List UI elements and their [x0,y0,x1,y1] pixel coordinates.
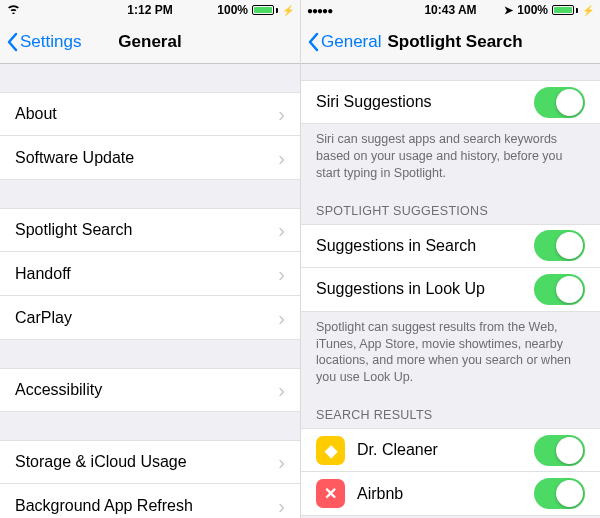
row-label: Siri Suggestions [316,93,534,111]
row-carplay[interactable]: CarPlay › [0,296,300,340]
row-spotlight-search[interactable]: Spotlight Search › [0,208,300,252]
row-software-update[interactable]: Software Update › [0,136,300,180]
row-label: CarPlay [15,309,278,327]
section-header: SPOTLIGHT SUGGESTIONS [301,190,600,224]
row-label: Software Update [15,149,278,167]
status-bar: ●●●●● 10:43 AM ➤ 100% ⚡ [301,0,600,20]
chevron-right-icon: › [278,308,285,328]
settings-list[interactable]: About › Software Update › Spotlight Sear… [0,64,300,518]
page-title: Spotlight Search [387,32,522,52]
chevron-right-icon: › [278,380,285,400]
back-button[interactable]: Settings [6,32,81,52]
section-footer: Spotlight can suggest results from the W… [301,312,600,395]
chevron-left-icon [307,32,319,52]
chevron-left-icon [6,32,18,52]
section-footer: Siri can suggest apps and search keyword… [301,124,600,190]
row-label: Airbnb [357,485,534,503]
settings-general-pane: 1:12 PM 100% ⚡ Settings General About › [0,0,300,518]
spotlight-search-pane: ●●●●● 10:43 AM ➤ 100% ⚡ General Spotligh… [300,0,600,518]
battery-percent: 100% [217,3,248,17]
chevron-right-icon: › [278,496,285,516]
battery-icon [552,5,578,15]
spotlight-settings-list[interactable]: Siri Suggestions Siri can suggest apps a… [301,64,600,518]
status-time: 1:12 PM [127,3,172,17]
row-about[interactable]: About › [0,92,300,136]
toggle-app[interactable] [534,478,585,509]
page-title: General [118,32,181,52]
row-label: Handoff [15,265,278,283]
toggle-app[interactable] [534,435,585,466]
toggle-suggestions-lookup[interactable] [534,274,585,305]
charging-icon: ⚡ [282,5,294,16]
signal-icon: ●●●●● [307,5,332,16]
row-label: Suggestions in Search [316,237,534,255]
status-bar: 1:12 PM 100% ⚡ [0,0,300,20]
chevron-right-icon: › [278,148,285,168]
row-app-airbnb[interactable]: ✕ Airbnb [301,472,600,516]
row-siri-suggestions[interactable]: Siri Suggestions [301,80,600,124]
back-label: General [321,32,381,52]
app-icon: ◆ [316,436,345,465]
chevron-right-icon: › [278,452,285,472]
chevron-right-icon: › [278,104,285,124]
chevron-right-icon: › [278,220,285,240]
chevron-right-icon: › [278,264,285,284]
back-label: Settings [20,32,81,52]
charging-icon: ⚡ [582,5,594,16]
row-accessibility[interactable]: Accessibility › [0,368,300,412]
row-label: About [15,105,278,123]
row-app-dr-cleaner[interactable]: ◆ Dr. Cleaner [301,428,600,472]
row-label: Accessibility [15,381,278,399]
battery-percent: 100% [517,3,548,17]
toggle-siri-suggestions[interactable] [534,87,585,118]
nav-bar: General Spotlight Search [301,20,600,64]
row-storage-icloud[interactable]: Storage & iCloud Usage › [0,440,300,484]
row-label: Background App Refresh [15,497,278,515]
status-time: 10:43 AM [424,3,476,17]
row-suggestions-lookup[interactable]: Suggestions in Look Up [301,268,600,312]
row-label: Storage & iCloud Usage [15,453,278,471]
row-background-refresh[interactable]: Background App Refresh › [0,484,300,518]
battery-icon [252,5,278,15]
toggle-suggestions-search[interactable] [534,230,585,261]
row-label: Dr. Cleaner [357,441,534,459]
wifi-icon [6,3,21,17]
back-button[interactable]: General [307,32,381,52]
row-label: Suggestions in Look Up [316,280,534,298]
section-header: SEARCH RESULTS [301,394,600,428]
row-handoff[interactable]: Handoff › [0,252,300,296]
app-icon: ✕ [316,479,345,508]
row-label: Spotlight Search [15,221,278,239]
row-suggestions-search[interactable]: Suggestions in Search [301,224,600,268]
nav-bar: Settings General [0,20,300,64]
location-icon: ➤ [504,4,513,17]
